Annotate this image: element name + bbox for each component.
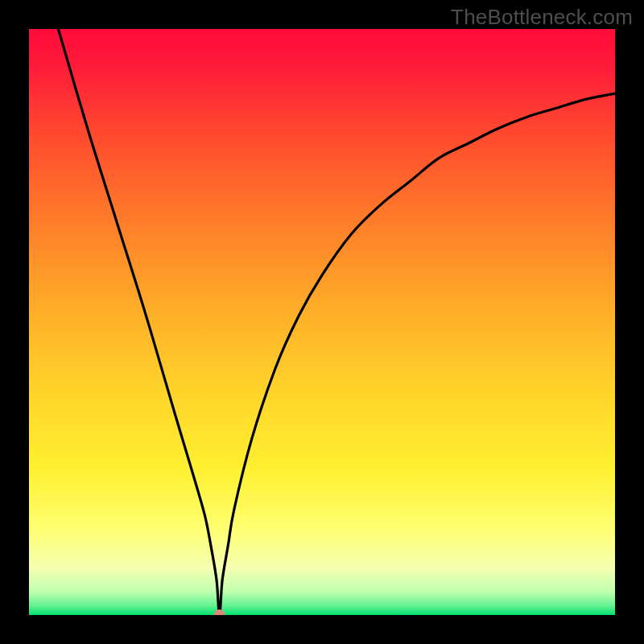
plot-area (29, 29, 615, 615)
chart-container: TheBottleneck.com (0, 0, 644, 644)
watermark-text: TheBottleneck.com (451, 5, 633, 30)
plot-svg (29, 29, 615, 615)
